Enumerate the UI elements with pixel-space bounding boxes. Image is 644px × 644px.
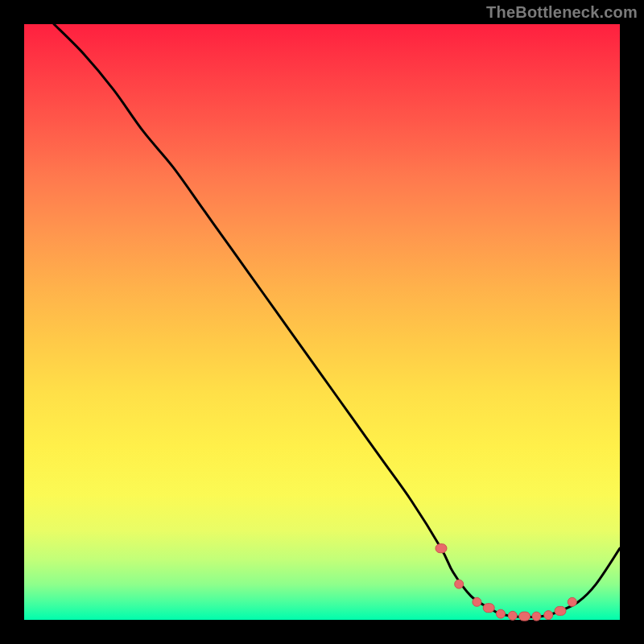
watermark-text: TheBottleneck.com — [486, 3, 638, 22]
curve-marker — [532, 612, 541, 621]
curve-marker — [483, 604, 494, 613]
bottleneck-curve-line — [54, 24, 620, 617]
curve-marker — [455, 580, 464, 588]
curve-marker — [436, 544, 447, 553]
bottleneck-curve-svg — [24, 24, 620, 620]
curve-marker — [568, 597, 576, 606]
curve-marker — [473, 597, 481, 606]
curve-marker — [497, 609, 506, 618]
curve-marker — [508, 611, 517, 620]
curve-marker-group — [436, 544, 576, 621]
curve-marker — [519, 612, 530, 621]
curve-marker — [544, 611, 553, 620]
curve-marker — [555, 606, 566, 615]
chart-frame: TheBottleneck.com — [0, 0, 644, 644]
plot-area — [24, 24, 620, 620]
